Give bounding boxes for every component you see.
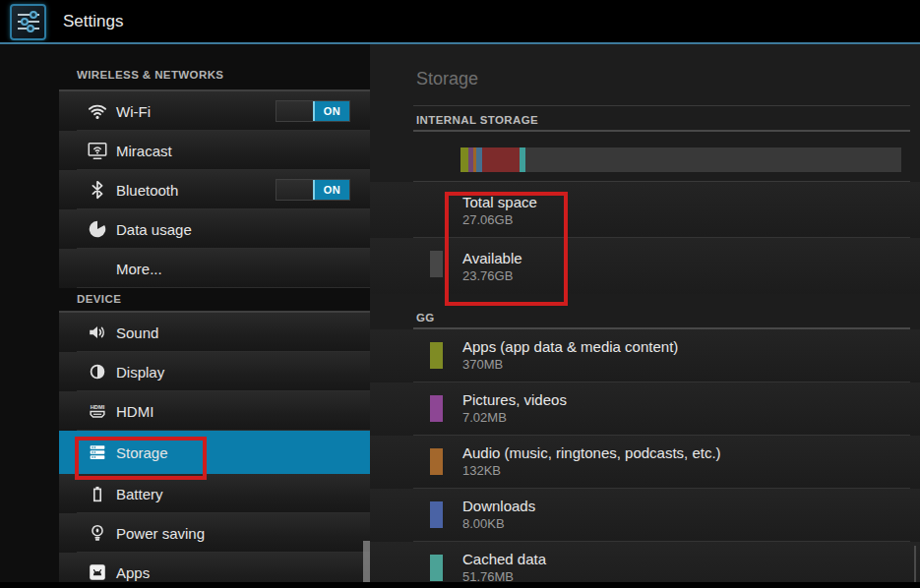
divider [413, 105, 910, 106]
toggle-on-label: ON [313, 101, 349, 121]
sidebar-item-data-usage[interactable]: Data usage [59, 209, 370, 249]
bar-segment-misc [482, 147, 520, 172]
storage-row-pictures-videos[interactable]: Pictures, videos 7.02MB [370, 382, 920, 436]
toggle-on-label: ON [313, 180, 349, 200]
row-value: 370MB [462, 357, 920, 372]
panel-title: Storage [370, 44, 920, 90]
sidebar-item-label: Data usage [116, 221, 192, 238]
sidebar-item-more[interactable]: More... [59, 249, 370, 288]
sidebar-item-label: Wi-Fi [116, 103, 151, 120]
storage-usage-bar [460, 147, 901, 172]
annotation-box-storage-summary [445, 192, 568, 306]
page-title: Settings [63, 12, 123, 31]
storage-row-cached-data[interactable]: Cached data 51.76MB [370, 542, 920, 588]
audio-color-swatch [430, 448, 443, 475]
settings-app-icon[interactable] [10, 4, 46, 40]
row-title: Audio (music, ringtones, podcasts, etc.) [462, 444, 920, 461]
section-header-wireless: WIRELESS & NETWORKS [59, 69, 370, 91]
wifi-toggle[interactable]: ON [276, 100, 350, 122]
sidebar-item-label: Miracast [116, 143, 172, 159]
battery-icon [87, 483, 108, 504]
sidebar-item-sound[interactable]: Sound [59, 313, 370, 352]
sidebar-item-display[interactable]: Display [59, 352, 370, 391]
svg-text:HDMI: HDMI [91, 404, 105, 410]
sidebar-item-label: Bluetooth [116, 182, 178, 199]
toggle-track [276, 101, 313, 121]
storage-row-downloads[interactable]: Downloads 8.00KB [370, 489, 920, 542]
downloads-color-swatch [430, 501, 443, 528]
apps-icon [87, 561, 108, 583]
bluetooth-icon [87, 179, 108, 201]
miracast-icon [87, 140, 108, 161]
bottom-bar [0, 582, 920, 588]
bluetooth-toggle[interactable]: ON [276, 179, 350, 201]
section-header-gg: GG [413, 306, 910, 329]
wifi-icon [87, 100, 108, 122]
sidebar-item-label: Battery [116, 486, 163, 502]
sidebar-item-label: Sound [116, 324, 158, 341]
action-bar: Settings [0, 0, 920, 44]
row-value: 8.00KB [462, 516, 920, 531]
sidebar-item-label: Display [116, 364, 164, 381]
available-color-swatch [430, 251, 443, 277]
storage-row-audio[interactable]: Audio (music, ringtones, podcasts, etc.)… [370, 436, 920, 489]
bar-segment-free [525, 147, 901, 172]
power-saving-icon [87, 522, 108, 544]
bar-segment-apps [460, 147, 468, 172]
nav-scrollbar-thumb[interactable] [363, 541, 370, 588]
sidebar-item-battery[interactable]: Battery [59, 474, 370, 513]
toggle-track [276, 180, 313, 200]
sound-icon [87, 322, 108, 343]
sidebar-item-power-saving[interactable]: Power saving [59, 513, 370, 553]
section-header-internal-storage: INTERNAL STORAGE [413, 114, 910, 132]
sidebar-item-bluetooth[interactable]: Bluetooth ON [59, 170, 370, 209]
settings-nav-list: WIRELESS & NETWORKS Wi-Fi ON [59, 69, 370, 588]
settings-nav: WIRELESS & NETWORKS Wi-Fi ON [0, 44, 370, 588]
settings-sliders-icon [14, 7, 43, 36]
row-value: 132KB [462, 463, 920, 478]
row-title: Cached data [462, 551, 920, 567]
sidebar-item-hdmi[interactable]: HDMI HDMI [59, 391, 370, 431]
row-title: Downloads [462, 498, 920, 514]
apps-color-swatch [430, 342, 443, 369]
sidebar-item-label: Power saving [116, 525, 205, 542]
sidebar-item-label: More... [116, 261, 162, 277]
storage-row-apps[interactable]: Apps (app data & media content) 370MB [370, 329, 920, 382]
annotation-box-storage-item [75, 437, 207, 480]
section-header-device: DEVICE [59, 293, 370, 313]
display-icon [87, 361, 108, 382]
blank-icon-slot [87, 258, 108, 279]
storage-panel: Storage INTERNAL STORAGE Total space 27.… [370, 44, 920, 588]
content: WIRELESS & NETWORKS Wi-Fi ON [0, 44, 920, 588]
hdmi-icon: HDMI [87, 400, 108, 422]
pictures-color-swatch [430, 395, 443, 422]
settings-screen: Settings WIRELESS & NETWORKS Wi-Fi [0, 0, 920, 588]
row-title: Apps (app data & media content) [462, 338, 920, 355]
sidebar-item-label: Apps [116, 564, 150, 581]
data-usage-icon [87, 218, 108, 240]
sidebar-item-label: HDMI [116, 403, 153, 420]
sidebar-item-miracast[interactable]: Miracast [59, 131, 370, 170]
row-title: Pictures, videos [462, 391, 920, 408]
sidebar-item-wifi[interactable]: Wi-Fi ON [59, 91, 370, 131]
row-value: 7.02MB [462, 410, 920, 425]
cached-data-color-swatch [430, 555, 443, 581]
